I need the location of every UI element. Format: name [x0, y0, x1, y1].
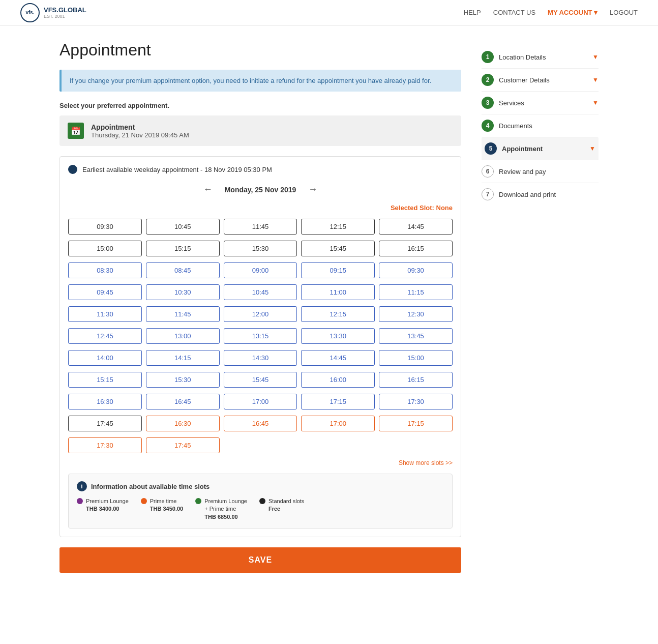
slot-btn[interactable]: 13:00: [146, 328, 220, 344]
slot-btn[interactable]: 15:45: [301, 241, 375, 256]
slot-btn[interactable]: 16:30: [68, 394, 142, 409]
slot-btn[interactable]: 17:30: [379, 394, 453, 409]
legend-price-1: THB 3400.00: [86, 505, 129, 513]
sidebar-step-5[interactable]: 5 Appointment ▼: [482, 137, 599, 160]
slot-btn[interactable]: 12:15: [301, 306, 375, 322]
account-link[interactable]: MY ACCOUNT ▾: [548, 9, 597, 16]
slot-btn[interactable]: 11:00: [301, 284, 375, 300]
sidebar-step-4[interactable]: 4 Documents: [482, 114, 599, 137]
slot-btn[interactable]: 16:30: [146, 416, 220, 431]
logout-link[interactable]: LOGOUT: [610, 9, 638, 16]
sidebar-step-1[interactable]: 1 Location Details ▼: [482, 46, 599, 69]
selected-slot-display: Selected Slot: None: [68, 204, 453, 212]
slot-btn[interactable]: 17:15: [301, 394, 375, 409]
sidebar-step-7[interactable]: 7 Download and print: [482, 183, 599, 206]
slot-btn[interactable]: 17:30: [68, 437, 142, 453]
legend-dot-orange: [141, 498, 147, 504]
sidebar-item-location: Location Details: [499, 53, 546, 61]
legend-title: i Information about available time slots: [77, 481, 444, 491]
chevron-down-icon-3: ▼: [592, 99, 599, 106]
slot-btn[interactable]: 15:00: [379, 350, 453, 366]
legend-price-2: THB 3450.00: [150, 505, 183, 513]
slot-btn[interactable]: 11:15: [379, 284, 453, 300]
earliest-option[interactable]: Earliest available weekday appointment -…: [68, 165, 453, 174]
sidebar-step-6[interactable]: 6 Review and pay: [482, 160, 599, 183]
next-date-button[interactable]: →: [304, 182, 321, 197]
slot-btn[interactable]: 15:45: [224, 372, 297, 388]
slot-btn[interactable]: 17:45: [68, 416, 142, 431]
slot-btn[interactable]: 13:15: [224, 328, 297, 344]
slot-btn[interactable]: 12:45: [68, 328, 142, 344]
save-button[interactable]: SAVE: [59, 547, 461, 573]
legend-dot-purple: [77, 498, 83, 504]
page-container: Appointment If you change your premium a…: [49, 25, 609, 588]
slot-btn[interactable]: 08:30: [68, 262, 142, 278]
date-display: Monday, 25 Nov 2019: [225, 186, 296, 194]
slot-btn[interactable]: 11:30: [68, 306, 142, 322]
slot-btn[interactable]: 13:30: [301, 328, 375, 344]
slot-btn[interactable]: 15:00: [68, 241, 142, 256]
slot-btn[interactable]: 10:45: [146, 219, 220, 235]
select-label: Select your preferred appointment.: [59, 102, 461, 109]
slot-btn[interactable]: 16:15: [379, 372, 453, 388]
sidebar-item-customer: Customer Details: [499, 76, 550, 84]
slot-btn[interactable]: 09:30: [379, 262, 453, 278]
slot-btn[interactable]: 14:45: [379, 219, 453, 235]
step-num-7: 7: [482, 188, 494, 200]
slot-btn[interactable]: 15:15: [146, 241, 220, 256]
slot-btn[interactable]: 17:45: [146, 437, 220, 453]
sidebar-item-documents: Documents: [499, 122, 532, 130]
sidebar-step-3[interactable]: 3 Services ▼: [482, 92, 599, 114]
slot-btn[interactable]: 10:30: [146, 284, 220, 300]
legend-label-1: Premium Lounge: [86, 497, 129, 505]
appointment-label: Appointment: [91, 123, 189, 131]
slot-btn[interactable]: 09:45: [68, 284, 142, 300]
slot-btn[interactable]: 11:45: [224, 219, 297, 235]
sidebar-item-download: Download and print: [499, 191, 556, 198]
slot-btn[interactable]: 09:15: [301, 262, 375, 278]
slot-btn[interactable]: 17:00: [301, 416, 375, 431]
slot-btn[interactable]: 14:30: [224, 350, 297, 366]
legend-item: Prime time THB 3450.00: [141, 497, 183, 521]
slot-btn[interactable]: 16:00: [301, 372, 375, 388]
slots-row-5: 11:30 11:45 12:00 12:15 12:30: [68, 306, 453, 322]
step-num-3: 3: [482, 97, 494, 109]
show-more-link[interactable]: Show more slots >>: [68, 459, 453, 466]
slot-btn[interactable]: 16:45: [224, 416, 297, 431]
slot-btn[interactable]: 15:30: [146, 372, 220, 388]
slot-btn[interactable]: 09:30: [68, 219, 142, 235]
step-num-2: 2: [482, 74, 494, 86]
legend-label-3: Premium Lounge: [204, 497, 247, 505]
logo-circle: vfs.: [20, 3, 40, 22]
slots-row-3: 08:30 08:45 09:00 09:15 09:30: [68, 262, 453, 278]
slot-btn[interactable]: 16:45: [146, 394, 220, 409]
calendar-icon: 📅: [68, 123, 84, 139]
slot-btn[interactable]: 17:00: [224, 394, 297, 409]
header: vfs. VFS.GLOBAL EST. 2001 HELP CONTACT U…: [0, 0, 658, 25]
slot-btn[interactable]: 14:15: [146, 350, 220, 366]
slot-btn[interactable]: 13:45: [379, 328, 453, 344]
legend-label-4: Standard slots: [268, 497, 304, 505]
slot-btn[interactable]: 08:45: [146, 262, 220, 278]
info-icon: i: [77, 481, 87, 491]
sidebar-item-review: Review and pay: [499, 168, 546, 175]
slot-btn[interactable]: 12:15: [301, 219, 375, 235]
contact-link[interactable]: CONTACT US: [493, 9, 535, 16]
slot-btn[interactable]: 09:00: [224, 262, 297, 278]
help-link[interactable]: HELP: [464, 9, 481, 16]
sidebar-step-2[interactable]: 2 Customer Details ▼: [482, 69, 599, 92]
slot-btn[interactable]: 14:45: [301, 350, 375, 366]
slot-btn[interactable]: 12:00: [224, 306, 297, 322]
slot-btn[interactable]: 15:15: [68, 372, 142, 388]
slots-row-11: 17:30 17:45: [68, 437, 453, 453]
slot-btn[interactable]: 17:15: [379, 416, 453, 431]
slot-btn[interactable]: 11:45: [146, 306, 220, 322]
slot-btn[interactable]: 15:30: [224, 241, 297, 256]
legend-dot-green: [195, 498, 201, 504]
slot-btn[interactable]: 14:00: [68, 350, 142, 366]
prev-date-button[interactable]: ←: [199, 182, 217, 197]
slot-btn[interactable]: 12:30: [379, 306, 453, 322]
chevron-down-icon-2: ▼: [592, 76, 599, 83]
slot-btn[interactable]: 10:45: [224, 284, 297, 300]
slot-btn[interactable]: 16:15: [379, 241, 453, 256]
